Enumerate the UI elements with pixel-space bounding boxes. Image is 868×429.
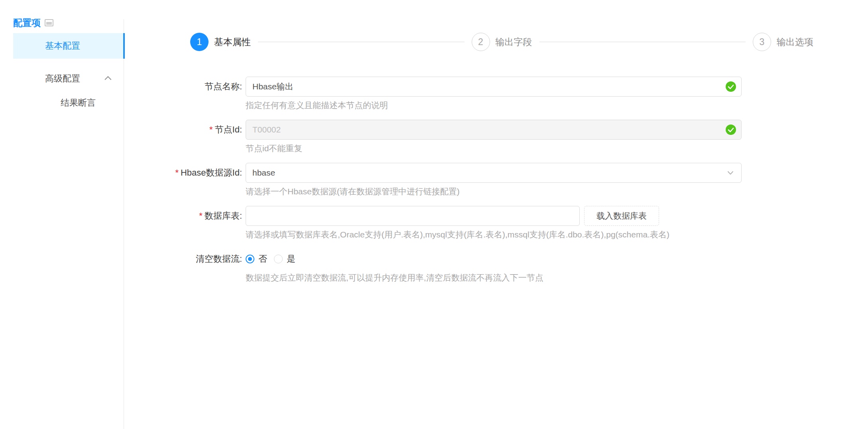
field-helper-text: 数据提交后立即清空数据流,可以提升内存使用率,清空后数据流不再流入下一节点	[246, 272, 868, 283]
sidebar-item-label: 高级配置	[45, 73, 80, 85]
success-check-icon	[726, 125, 736, 135]
form-row-hbase-datasource: * Hbase数据源Id: hbase 请	[125, 163, 868, 197]
field-label: 节点名称:	[125, 77, 242, 97]
form-row-clear-dataflow: 清空数据流: 否 是 数据提交后立即清空数据流,可以提升内存使用率,清空后数据流	[125, 249, 868, 283]
form-row-node-name: 节点名称: 指定任何有意义且能描述本节点的说明	[125, 77, 868, 111]
steps-bar: 1 基本属性 2 输出字段 3 输出选项	[190, 33, 813, 51]
step-output-options[interactable]: 3 输出选项	[753, 33, 813, 51]
step-connector-line	[258, 42, 465, 42]
sidebar-header: 配置项	[0, 16, 125, 30]
field-label: * 数据库表:	[125, 206, 242, 226]
required-asterisk: *	[209, 125, 213, 135]
panel-collapse-icon[interactable]	[45, 19, 53, 26]
step-connector-line	[539, 42, 746, 42]
radio-option-yes[interactable]: 是	[274, 253, 295, 265]
required-asterisk: *	[199, 211, 203, 221]
node-id-input	[246, 120, 742, 140]
step-number-badge: 3	[753, 33, 771, 51]
step-output-fields[interactable]: 2 输出字段	[472, 33, 753, 51]
field-helper-text: 请选择一个Hbase数据源(请在数据源管理中进行链接配置)	[246, 186, 868, 197]
radio-unselected-icon	[274, 255, 283, 263]
hbase-datasource-select[interactable]: hbase	[246, 163, 742, 183]
step-label: 输出选项	[777, 36, 813, 48]
field-label: * Hbase数据源Id:	[125, 163, 242, 183]
chevron-up-icon	[104, 76, 111, 83]
success-check-icon	[726, 81, 736, 92]
radio-selected-icon	[246, 255, 254, 263]
field-helper-text: 指定任何有意义且能描述本节点的说明	[246, 99, 868, 111]
node-config-form: 节点名称: 指定任何有意义且能描述本节点的说明	[125, 77, 868, 292]
step-number-badge: 1	[190, 33, 209, 51]
field-helper-text: 节点id不能重复	[246, 142, 868, 154]
sidebar-item-result-assertion[interactable]: 结果断言	[13, 91, 125, 115]
field-label: * 节点Id:	[125, 120, 242, 140]
step-label: 基本属性	[214, 36, 251, 48]
form-row-node-id: * 节点Id: 节点id不能重复	[125, 120, 868, 154]
config-items-link[interactable]: 配置项	[13, 17, 41, 29]
load-database-tables-button[interactable]: 载入数据库表	[584, 206, 659, 226]
field-helper-text: 请选择或填写数据库表名,Oracle支持(用户.表名),mysql支持(库名.表…	[246, 229, 868, 240]
sidebar-item-advanced-config[interactable]: 高级配置	[13, 66, 125, 91]
sidebar-item-label: 结果断言	[61, 97, 96, 109]
sidebar-item-label: 基本配置	[45, 40, 80, 52]
sidebar-item-basic-config[interactable]: 基本配置	[13, 33, 125, 59]
database-table-input[interactable]	[246, 206, 580, 226]
chevron-down-icon	[726, 169, 734, 177]
app-window: 配置项 基本配置 高级配置 结果断言 1 基本属性 2 输出字段	[0, 0, 868, 429]
field-label: 清空数据流:	[125, 249, 242, 269]
main-content: 1 基本属性 2 输出字段 3 输出选项 节点名称:	[125, 0, 868, 429]
step-label: 输出字段	[496, 36, 532, 48]
node-name-input[interactable]	[246, 77, 742, 97]
required-asterisk: *	[175, 168, 179, 178]
config-sidebar: 配置项 基本配置 高级配置 结果断言	[0, 0, 125, 429]
step-number-badge: 2	[472, 33, 490, 51]
radio-option-no[interactable]: 否	[246, 253, 267, 265]
form-row-database-table: * 数据库表: 载入数据库表 请选择或填写数据库表名,Oracle支持(用户.表…	[125, 206, 868, 240]
selected-value: hbase	[252, 168, 275, 178]
step-basic-attributes[interactable]: 1 基本属性	[190, 33, 472, 51]
